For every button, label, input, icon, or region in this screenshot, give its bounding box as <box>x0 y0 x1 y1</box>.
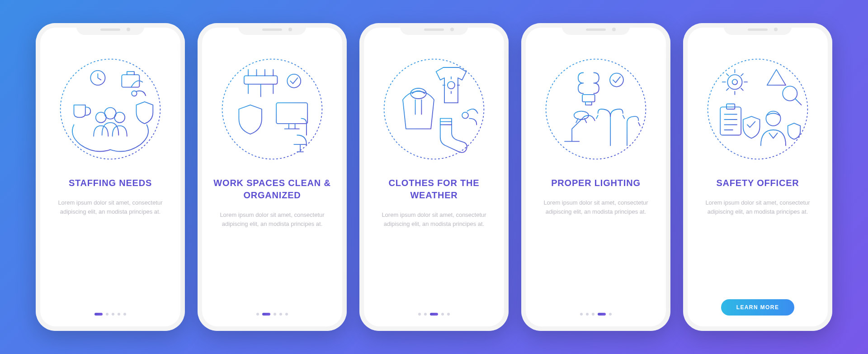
dot-active <box>430 313 438 316</box>
dot <box>279 313 282 316</box>
dot-active <box>94 313 103 316</box>
phone-notch <box>238 23 306 35</box>
page-indicator <box>580 313 612 316</box>
slide-title: PROPER LIGHTING <box>549 177 642 189</box>
page-indicator <box>94 313 126 316</box>
dot <box>586 313 589 316</box>
dot <box>112 313 114 316</box>
onboarding-slide: SAFETY OFFICER Lorem ipsum dolor sit ame… <box>683 23 832 331</box>
svg-point-19 <box>708 59 808 159</box>
onboarding-slide: STAFFING NEEDS Lorem ipsum dolor sit ame… <box>36 23 185 331</box>
dot <box>118 313 120 316</box>
dot <box>106 313 108 316</box>
safety-officer-icon <box>703 55 812 163</box>
phone-notch <box>76 23 144 35</box>
staffing-needs-icon <box>56 55 165 163</box>
slide-body: Lorem ipsum dolor sit amet, consectetur … <box>696 198 820 216</box>
svg-rect-16 <box>582 95 595 102</box>
page-indicator <box>256 313 288 316</box>
dot <box>274 313 276 316</box>
dot-active <box>262 313 270 316</box>
page-indicator <box>418 313 450 316</box>
svg-point-11 <box>384 59 484 159</box>
dot-active <box>598 313 606 316</box>
svg-rect-24 <box>726 104 735 110</box>
svg-rect-23 <box>720 107 741 135</box>
svg-point-12 <box>448 81 455 89</box>
proper-lighting-icon <box>542 55 650 163</box>
dot <box>424 313 427 316</box>
svg-point-20 <box>727 75 742 89</box>
phone-notch <box>724 23 792 35</box>
svg-point-14 <box>462 112 468 119</box>
dot <box>418 313 421 316</box>
workspaces-clean-icon <box>218 55 326 163</box>
dot <box>441 313 444 316</box>
svg-rect-8 <box>244 76 278 84</box>
dot <box>580 313 583 316</box>
onboarding-slide: CLOTHES FOR THE WEATHER Lorem ipsum dolo… <box>359 23 509 331</box>
dot <box>123 313 126 316</box>
dot <box>609 313 612 316</box>
learn-more-button[interactable]: LEARN MORE <box>721 299 795 316</box>
slide-title: STAFFING NEEDS <box>67 177 154 189</box>
slide-body: Lorem ipsum dolor sit amet, consectetur … <box>372 210 496 229</box>
slide-body: Lorem ipsum dolor sit amet, consectetur … <box>210 210 334 229</box>
svg-rect-10 <box>276 103 307 124</box>
dot <box>285 313 288 316</box>
onboarding-slide: PROPER LIGHTING Lorem ipsum dolor sit am… <box>521 23 670 331</box>
slide-body: Lorem ipsum dolor sit amet, consectetur … <box>534 198 658 216</box>
clothes-weather-icon <box>380 55 488 163</box>
phone-notch <box>400 23 468 35</box>
dot <box>256 313 259 316</box>
svg-point-6 <box>132 91 137 96</box>
slide-title: WORK SPACES CLEAN & ORGANIZED <box>210 177 334 201</box>
dot <box>447 313 450 316</box>
dot <box>592 313 594 316</box>
svg-point-15 <box>546 59 646 159</box>
slide-title: CLOTHES FOR THE WEATHER <box>372 177 496 201</box>
svg-point-13 <box>410 88 426 99</box>
svg-point-3 <box>104 108 116 119</box>
slide-body: Lorem ipsum dolor sit amet, consectetur … <box>48 198 172 216</box>
svg-point-0 <box>61 59 160 159</box>
onboarding-slide: WORK SPACES CLEAN & ORGANIZED Lorem ipsu… <box>198 23 347 331</box>
phone-notch <box>562 23 630 35</box>
slide-title: SAFETY OFFICER <box>714 177 801 189</box>
svg-point-21 <box>732 79 738 85</box>
svg-point-17 <box>610 73 623 87</box>
svg-point-9 <box>287 74 301 88</box>
